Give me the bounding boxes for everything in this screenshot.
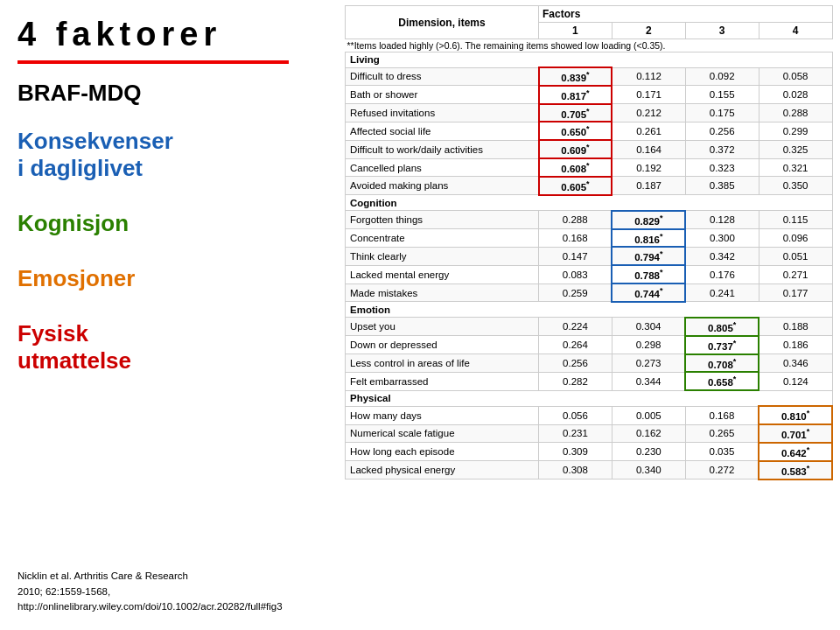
- factor-cell-4: 0.051: [759, 247, 832, 265]
- item-cell: Forgotten things: [346, 211, 539, 229]
- citation-text: Nicklin et al. Arthritis Care & Research…: [18, 569, 324, 614]
- factor3-header: 3: [685, 23, 759, 39]
- factor-cell-3: 0.300: [685, 229, 759, 248]
- factor-cell-3: 0.155: [685, 86, 759, 104]
- factor-cell-2: 0.298: [612, 336, 685, 354]
- table-row: Refused invitations0.705*0.2120.1750.288: [346, 104, 833, 122]
- factor-cell-3: 0.272: [685, 461, 759, 480]
- asterisk-superscript: *: [586, 88, 590, 97]
- table-header-row: Dimension, items Factors: [346, 6, 833, 23]
- factor1-header: 1: [539, 23, 612, 39]
- table-row: Forgotten things0.2880.829*0.1280.115: [346, 211, 833, 229]
- table-wrapper: Dimension, items Factors 1 2 3 4 **Items…: [345, 5, 833, 625]
- factors-header: Factors: [539, 6, 832, 23]
- factor-cell-2: 0.304: [612, 318, 685, 336]
- item-cell: Felt embarrassed: [346, 372, 539, 390]
- factor-cell-3: 0.708*: [685, 354, 759, 373]
- section-name-cognition: Cognition: [346, 195, 833, 211]
- factor-cell-3: 0.241: [685, 284, 759, 302]
- factor-cell-3: 0.035: [685, 443, 759, 461]
- right-panel: Dimension, items Factors 1 2 3 4 **Items…: [341, 0, 840, 630]
- note-row: **Items loaded highly (>0.6). The remain…: [346, 39, 833, 52]
- asterisk-superscript: *: [807, 409, 810, 417]
- factor-cell-3: 0.323: [685, 158, 759, 177]
- factor-cell-4: 0.186: [759, 336, 832, 354]
- factor-cell-2: 0.162: [612, 424, 685, 443]
- asterisk-superscript: *: [807, 445, 810, 454]
- item-cell: How many days: [346, 406, 539, 424]
- factor-cell-4: 0.271: [759, 265, 832, 284]
- kognisjon-section: Kognisjon: [18, 210, 324, 248]
- factor-cell-4: 0.124: [759, 372, 832, 390]
- factor-cell-1: 0.309: [539, 443, 612, 461]
- factor-cell-3: 0.385: [685, 177, 759, 195]
- item-cell: Bath or shower: [346, 86, 539, 104]
- factor-cell-1: 0.817*: [539, 86, 612, 104]
- factor-cell-1: 0.256: [539, 354, 612, 373]
- table-row: Lacked mental energy0.0830.788*0.1760.27…: [346, 265, 833, 284]
- table-row: Numerical scale fatigue0.2310.1620.2650.…: [346, 424, 833, 443]
- factor-cell-3: 0.092: [685, 67, 759, 86]
- factor-cell-4: 0.810*: [759, 406, 832, 424]
- item-cell: Refused invitations: [346, 104, 539, 122]
- table-row: Concentrate0.1680.816*0.3000.096: [346, 229, 833, 248]
- table-row: How long each episode0.3090.2300.0350.64…: [346, 443, 833, 461]
- factor-cell-1: 0.224: [539, 318, 612, 336]
- section-header-cognition: Cognition: [346, 195, 833, 211]
- asterisk-superscript: *: [807, 464, 810, 472]
- table-row: Affected social life0.650*0.2610.2560.29…: [346, 122, 833, 140]
- factor-cell-1: 0.650*: [539, 122, 612, 140]
- factor-cell-2: 0.829*: [612, 211, 685, 229]
- asterisk-superscript: *: [586, 143, 590, 151]
- kognisjon-label: Kognisjon: [18, 210, 324, 237]
- asterisk-superscript: *: [807, 427, 810, 436]
- factor-cell-1: 0.083: [539, 265, 612, 284]
- asterisk-superscript: *: [586, 107, 590, 116]
- factor-cell-4: 0.028: [759, 86, 832, 104]
- item-cell: Concentrate: [346, 229, 539, 248]
- asterisk-superscript: *: [660, 286, 663, 295]
- item-cell: Avoided making plans: [346, 177, 539, 195]
- factor-cell-3: 0.168: [685, 406, 759, 424]
- section-header-emotion: Emotion: [346, 302, 833, 318]
- factor-cell-3: 0.737*: [685, 336, 759, 354]
- factor-cell-4: 0.701*: [759, 424, 832, 443]
- factor-cell-2: 0.192: [612, 158, 685, 177]
- konsekvenser-section: Konsekvenseri dagliglivet: [18, 128, 324, 192]
- citation-line2: 2010; 62:1559-1568,: [18, 586, 110, 597]
- asterisk-superscript: *: [586, 161, 590, 170]
- factor-cell-4: 0.115: [759, 211, 832, 229]
- item-cell: Down or depressed: [346, 336, 539, 354]
- citation-line1: Nicklin et al. Arthritis Care & Research: [18, 570, 188, 581]
- asterisk-superscript: *: [586, 124, 590, 133]
- factor-cell-4: 0.350: [759, 177, 832, 195]
- emosjoner-section: Emosjoner: [18, 265, 324, 303]
- factor-cell-2: 0.261: [612, 122, 685, 140]
- table-row: Cancelled plans0.608*0.1920.3230.321: [346, 158, 833, 177]
- table-row: Avoided making plans0.605*0.1870.3850.35…: [346, 177, 833, 195]
- table-row: Think clearly0.1470.794*0.3420.051: [346, 247, 833, 265]
- table-row: Made mistakes0.2590.744*0.2410.177: [346, 284, 833, 302]
- factor-cell-3: 0.342: [685, 247, 759, 265]
- item-cell: Less control in areas of life: [346, 354, 539, 373]
- factor-cell-3: 0.256: [685, 122, 759, 140]
- factor-cell-1: 0.056: [539, 406, 612, 424]
- factor4-header: 4: [759, 23, 832, 39]
- fysisk-label: Fysiskutmattelse: [18, 320, 324, 374]
- asterisk-superscript: *: [733, 374, 737, 383]
- section-name-physical: Physical: [346, 390, 833, 406]
- factors-table: Dimension, items Factors 1 2 3 4 **Items…: [345, 5, 833, 480]
- factor-cell-2: 0.340: [612, 461, 685, 480]
- asterisk-superscript: *: [660, 249, 663, 258]
- table-row: Bath or shower0.817*0.1710.1550.028: [346, 86, 833, 104]
- factor-cell-4: 0.096: [759, 229, 832, 248]
- factor-cell-3: 0.175: [685, 104, 759, 122]
- factor-cell-1: 0.608*: [539, 158, 612, 177]
- table-row: Lacked physical energy0.3080.3400.2720.5…: [346, 461, 833, 480]
- factor-cell-1: 0.259: [539, 284, 612, 302]
- item-cell: Difficult to dress: [346, 67, 539, 86]
- factor-cell-2: 0.171: [612, 86, 685, 104]
- factor-cell-2: 0.230: [612, 443, 685, 461]
- factor-cell-1: 0.609*: [539, 140, 612, 158]
- asterisk-superscript: *: [660, 214, 663, 222]
